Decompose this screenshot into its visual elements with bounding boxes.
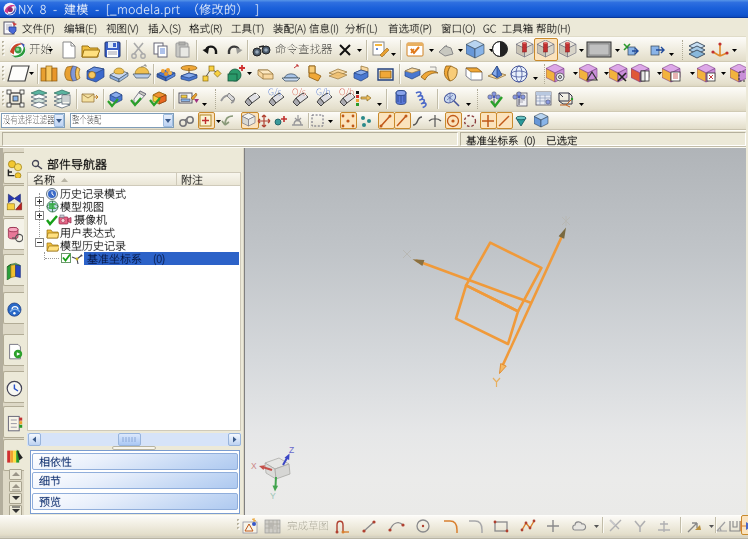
svg-text:Z: Z <box>289 445 294 455</box>
svg-text:X: X <box>251 461 257 471</box>
svg-text:Y: Y <box>270 491 276 501</box>
